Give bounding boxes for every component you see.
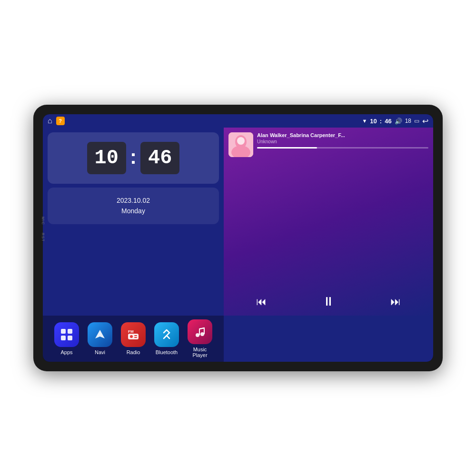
battery-icon: ▭	[414, 118, 419, 124]
bluetooth-shortcut[interactable]: Bluetooth	[152, 322, 181, 355]
music-top: Alan Walker_Sabrina Carpenter_F... Unkno…	[228, 132, 428, 157]
status-time: 10	[370, 118, 377, 125]
status-left-icons: ⌂ ?	[48, 117, 65, 125]
music-shortcut[interactable]: Music Player	[186, 319, 214, 358]
music-icon-circle	[188, 319, 212, 344]
rst-label: RST	[41, 233, 45, 242]
left-panel: 10 : 46 2023.10.02 Monday	[43, 128, 224, 316]
day-display: Monday	[121, 206, 145, 216]
svg-rect-27	[128, 334, 139, 339]
svg-point-32	[200, 332, 204, 336]
apps-icon-circle	[54, 322, 79, 347]
radio-icon-circle: FM	[121, 322, 146, 347]
home-icon[interactable]: ⌂	[48, 117, 52, 125]
volume-icon: 🔊	[395, 118, 402, 125]
date-widget: 2023.10.02 Monday	[48, 188, 219, 224]
back-button[interactable]: ↩	[422, 117, 428, 126]
radio-shortcut[interactable]: FM Radio	[119, 322, 148, 355]
status-bar: ⌂ ? ▼ 10 : 46 🔊 18 ▭ ↩	[43, 114, 433, 128]
question-label: ?	[59, 118, 62, 124]
next-track-button[interactable]: ⏭	[386, 294, 406, 310]
battery-level: 18	[405, 118, 411, 124]
music-artist: Unknown	[257, 139, 428, 144]
date-display: 2023.10.02	[117, 195, 150, 206]
main-content: 10 : 46 2023.10.02 Monday	[43, 128, 433, 362]
clock-minutes: 46	[140, 142, 179, 174]
clock-widget: 10 : 46	[48, 132, 219, 184]
music-label: Music Player	[186, 347, 214, 358]
svg-point-31	[196, 333, 199, 337]
navi-icon-circle	[88, 322, 112, 347]
status-right-icons: ▼ 10 : 46 🔊 18 ▭ ↩	[362, 117, 428, 126]
radio-label: Radio	[127, 349, 140, 355]
svg-text:FM: FM	[128, 329, 134, 334]
svg-line-33	[199, 328, 204, 329]
music-player-panel: Alan Walker_Sabrina Carpenter_F... Unkno…	[224, 128, 433, 316]
wifi-signal-icon: ▼	[362, 118, 367, 124]
bluetooth-label: Bluetooth	[156, 349, 178, 355]
music-progress-fill	[257, 147, 317, 149]
svg-rect-22	[68, 329, 72, 334]
navi-shortcut[interactable]: Navi	[86, 322, 114, 355]
car-head-unit: MIC RST ⌂ ? ▼ 10 : 46 🔊 18 ▭ ↩	[33, 105, 443, 371]
music-title: Alan Walker_Sabrina Carpenter_F...	[257, 132, 428, 138]
screen: ⌂ ? ▼ 10 : 46 🔊 18 ▭ ↩ 10	[43, 114, 433, 362]
time-colon: :	[380, 118, 382, 125]
svg-rect-24	[68, 336, 72, 340]
prev-track-button[interactable]: ⏮	[251, 294, 271, 310]
clock-hours: 10	[87, 142, 126, 174]
clock-colon: :	[126, 146, 140, 169]
svg-rect-23	[61, 336, 66, 340]
bluetooth-icon-circle	[154, 322, 179, 347]
album-art	[228, 132, 253, 157]
apps-label: Apps	[60, 349, 72, 355]
music-info: Alan Walker_Sabrina Carpenter_F... Unkno…	[257, 132, 428, 149]
svg-point-28	[130, 335, 133, 338]
question-button[interactable]: ?	[56, 117, 65, 125]
svg-marker-25	[95, 330, 105, 338]
album-art-image	[228, 132, 253, 157]
app-shortcuts-bar: Apps Navi FM	[43, 316, 224, 362]
mic-label: MIC	[41, 217, 45, 225]
music-progress-bar[interactable]	[257, 147, 428, 149]
svg-rect-21	[61, 329, 66, 334]
music-controls: ⏮ ⏸ ⏭	[228, 288, 428, 311]
navi-label: Navi	[95, 349, 105, 355]
svg-rect-30	[134, 337, 137, 338]
status-minutes: 46	[385, 118, 391, 125]
apps-shortcut[interactable]: Apps	[52, 322, 81, 355]
svg-point-37	[237, 137, 245, 145]
svg-rect-29	[134, 335, 137, 336]
play-pause-button[interactable]: ⏸	[317, 292, 339, 311]
